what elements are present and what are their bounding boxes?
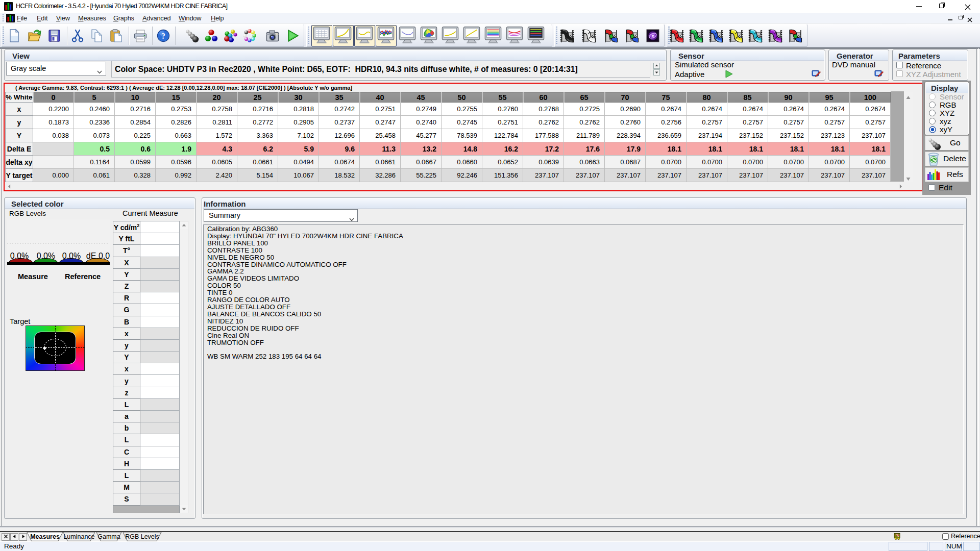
- svg-text:?: ?: [161, 32, 165, 40]
